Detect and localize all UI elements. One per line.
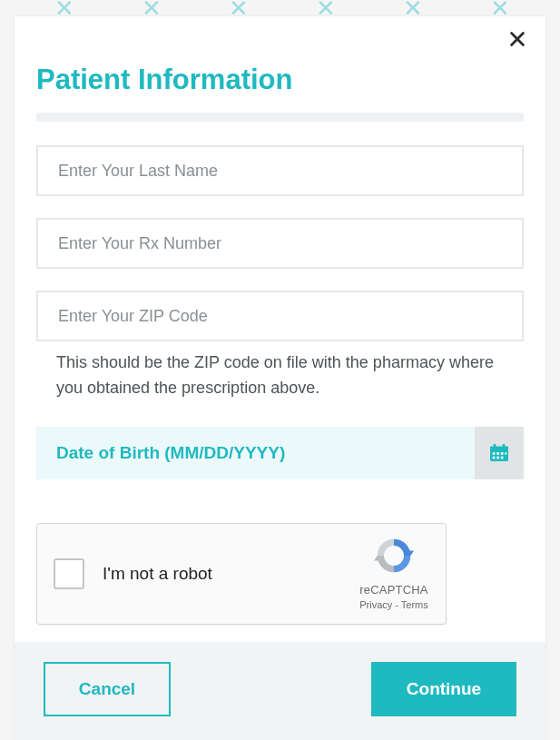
rx-number-input[interactable]: [36, 218, 524, 269]
modal-body: Patient Information This should be the Z…: [15, 16, 545, 642]
close-button[interactable]: [507, 29, 529, 51]
zip-hint-text: This should be the ZIP code on file with…: [36, 350, 524, 401]
cancel-button[interactable]: Cancel: [44, 662, 171, 716]
calendar-icon: [489, 444, 509, 462]
continue-button[interactable]: Continue: [371, 662, 516, 716]
svg-rect-5: [496, 452, 499, 455]
progress-bar: [36, 113, 524, 122]
svg-rect-4: [493, 452, 496, 455]
svg-rect-2: [494, 444, 496, 449]
dob-input[interactable]: [36, 427, 475, 479]
svg-rect-1: [490, 447, 508, 451]
recaptcha-label: I'm not a robot: [103, 564, 355, 584]
svg-rect-9: [501, 456, 504, 459]
last-name-input[interactable]: [36, 145, 524, 196]
close-icon: [507, 29, 527, 49]
modal-footer: Cancel Continue: [15, 642, 545, 740]
recaptcha-widget: I'm not a robot reCAPTCHA Privacy - Term…: [36, 523, 447, 625]
page-title: Patient Information: [36, 64, 524, 96]
svg-rect-7: [493, 456, 496, 459]
patient-info-modal: Patient Information This should be the Z…: [15, 16, 545, 740]
calendar-button[interactable]: [475, 427, 524, 479]
recaptcha-badge: reCAPTCHA Privacy - Terms: [355, 536, 433, 612]
recaptcha-brand: reCAPTCHA: [355, 583, 433, 598]
recaptcha-checkbox[interactable]: [54, 558, 84, 589]
dob-group: [36, 427, 524, 479]
svg-rect-3: [503, 444, 506, 449]
svg-rect-8: [496, 456, 499, 459]
svg-rect-10: [505, 452, 506, 455]
svg-rect-6: [501, 452, 504, 455]
zip-code-input[interactable]: [36, 291, 524, 341]
zip-group: This should be the ZIP code on file with…: [36, 291, 524, 401]
recaptcha-icon: [374, 536, 414, 576]
recaptcha-links[interactable]: Privacy - Terms: [355, 598, 433, 611]
